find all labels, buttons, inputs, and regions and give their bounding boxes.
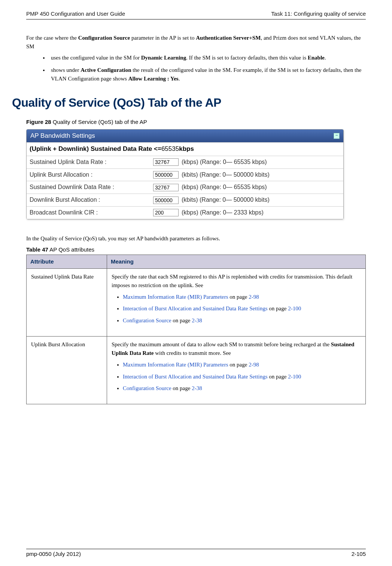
bold-text: Allow Learning : Yes (128, 76, 179, 82)
cross-ref-link[interactable]: Maximum Information Rate (MIR) Parameter… (123, 294, 228, 300)
page-content: For the case where the Configuration Sou… (26, 19, 366, 404)
text: . (179, 76, 180, 82)
text: on page (171, 317, 192, 323)
field-input[interactable] (153, 158, 179, 166)
list-item: Maximum Information Rate (MIR) Parameter… (123, 360, 361, 369)
table-row: Uplink Burst AllocationSpecify the maxim… (27, 336, 366, 404)
text: on page (228, 362, 249, 368)
text: uses the configured value in the SM for (51, 55, 141, 61)
table-number: Table 47 (26, 246, 48, 253)
list-item: Configuration Source on page 2-38 (123, 384, 361, 393)
collapse-icon[interactable]: − (334, 133, 340, 139)
cross-ref-link[interactable]: Configuration Source (123, 385, 171, 391)
table-text: AP QoS attributes (48, 246, 94, 253)
list-item: Interaction of Burst Allocation and Sust… (123, 304, 361, 313)
bold-text: Enable (308, 55, 325, 61)
panel-subheader: (Uplink + Downlink) Sustained Data Rate … (27, 142, 343, 155)
panel-titlebar: AP Bandwidth Settings − (27, 130, 343, 142)
bold-text: Dynamic Learning (141, 55, 186, 61)
field-hint: (kbps) (Range: 0— 2333 kbps) (182, 208, 264, 217)
page-ref-link[interactable]: 2-100 (288, 305, 301, 311)
text: (Uplink + Downlink) Sustained Data Rate … (30, 144, 161, 154)
text: parameter in the AP is set to (130, 35, 196, 41)
header-right: Task 11: Configuring quality of service (271, 10, 366, 17)
text: kbps (179, 144, 194, 154)
meaning-cell: Specify the maximum amount of data to al… (107, 336, 366, 404)
field-hint: (kbps) (Range: 0— 65535 kbps) (182, 183, 267, 192)
figure-number: Figure 28 (26, 119, 51, 125)
cell-link-list: Maximum Information Rate (MIR) Parameter… (112, 293, 361, 325)
list-item: Configuration Source on page 2-38 (123, 316, 361, 325)
field-hint: (kbps) (Range: 0— 65535 kbps) (182, 158, 267, 167)
text: 65535 (161, 144, 179, 154)
panel-title-text: AP Bandwidth Settings (30, 131, 95, 141)
page-ref-link[interactable]: 2-98 (249, 362, 259, 368)
text: on page (268, 374, 288, 380)
text: on page (268, 305, 288, 311)
text: with credits to transmit more. See (154, 350, 231, 356)
bold-text: Active Configuration (80, 67, 131, 73)
field-label: Sustained Downlink Data Rate : (30, 183, 153, 192)
field-label: Sustained Uplink Data Rate : (30, 158, 153, 167)
field-hint: (kbits) (Range: 0— 500000 kbits) (182, 170, 270, 180)
panel-field-row: Uplink Burst Allocation :(kbits) (Range:… (27, 168, 343, 181)
panel-field-row: Sustained Uplink Data Rate :(kbps) (Rang… (27, 156, 343, 168)
page-footer: pmp-0050 (July 2012) 2-105 (26, 549, 366, 557)
page-ref-link[interactable]: 2-38 (192, 385, 202, 391)
intro-bullets: uses the configured value in the SM for … (26, 54, 366, 83)
field-input[interactable] (153, 209, 179, 216)
attribute-cell: Uplink Burst Allocation (27, 336, 107, 404)
field-label: Downlink Burst Allocation : (30, 195, 153, 205)
field-input[interactable] (153, 184, 179, 191)
footer-left: pmp-0050 (July 2012) (26, 551, 81, 557)
table-header-meaning: Meaning (107, 255, 366, 268)
page-ref-link[interactable]: 2-100 (288, 374, 301, 380)
text: on page (171, 385, 192, 391)
field-label: Uplink Burst Allocation : (30, 170, 153, 180)
field-hint: (kbits) (Range: 0— 500000 kbits) (182, 195, 270, 205)
field-label: Broadcast Downlink CIR : (30, 208, 153, 217)
table-row: Sustained Uplink Data RateSpecify the ra… (27, 268, 366, 336)
bold-text: Authentication Server+SM (196, 35, 261, 41)
page-header: PMP 450 Configuration and User Guide Tas… (26, 10, 366, 19)
bullet-item: uses the configured value in the SM for … (49, 54, 366, 62)
list-item: Interaction of Burst Allocation and Sust… (123, 372, 361, 381)
header-left: PMP 450 Configuration and User Guide (26, 10, 125, 17)
panel-field-row: Sustained Downlink Data Rate :(kbps) (Ra… (27, 181, 343, 194)
cross-ref-link[interactable]: Interaction of Burst Allocation and Sust… (123, 374, 268, 380)
bullet-item: shows under Active Configuration the res… (49, 66, 366, 83)
footer-right: 2-105 (352, 551, 366, 557)
meaning-cell: Specify the rate that each SM registered… (107, 268, 366, 336)
table-caption: Table 47 AP QoS attributes (26, 245, 366, 254)
page-ref-link[interactable]: 2-98 (249, 294, 259, 300)
field-input[interactable] (153, 197, 179, 204)
text: Specify the maximum amount of data to al… (112, 341, 331, 347)
cross-ref-link[interactable]: Interaction of Burst Allocation and Sust… (123, 305, 268, 311)
qos-attributes-table: Attribute Meaning Sustained Uplink Data … (26, 255, 366, 404)
ap-bandwidth-panel: AP Bandwidth Settings − (Uplink + Downli… (26, 129, 344, 219)
list-item: Maximum Information Rate (MIR) Parameter… (123, 293, 361, 301)
intro-paragraph: For the case where the Configuration Sou… (26, 34, 366, 51)
attribute-cell: Sustained Uplink Data Rate (27, 268, 107, 336)
cell-text: Specify the rate that each SM registered… (112, 273, 361, 290)
text: . (325, 55, 326, 61)
text: on page (228, 294, 249, 300)
table-header-attribute: Attribute (27, 255, 107, 268)
text: . If the SM is set to factory defaults, … (186, 55, 308, 61)
text: For the case where the (26, 35, 78, 41)
cell-link-list: Maximum Information Rate (MIR) Parameter… (112, 360, 361, 393)
cross-ref-link[interactable]: Maximum Information Rate (MIR) Parameter… (123, 362, 228, 368)
text: shows under (51, 67, 80, 73)
cell-text: Specify the maximum amount of data to al… (112, 340, 361, 358)
cross-ref-link[interactable]: Configuration Source (123, 317, 171, 323)
figure-caption: Figure 28 Quality of Service (QoS) tab o… (26, 118, 366, 126)
figure-text: Quality of Service (QoS) tab of the AP (51, 119, 147, 125)
bold-text: Configuration Source (78, 35, 130, 41)
section-title: Quality of Service (QoS) Tab of the AP (12, 94, 366, 112)
paragraph: In the Quality of Service (QoS) tab, you… (26, 234, 366, 243)
page-ref-link[interactable]: 2-38 (192, 317, 202, 323)
panel-field-row: Broadcast Downlink CIR :(kbps) (Range: 0… (27, 206, 343, 219)
panel-field-row: Downlink Burst Allocation :(kbits) (Rang… (27, 194, 343, 206)
field-input[interactable] (153, 171, 179, 179)
